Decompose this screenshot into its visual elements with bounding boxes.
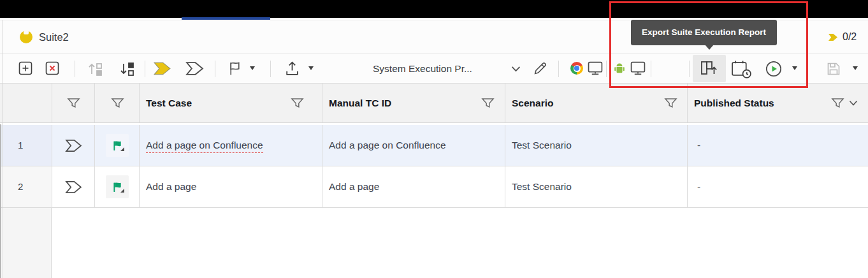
execution-count: 0/2 [843, 20, 857, 54]
run-now-button[interactable] [765, 61, 782, 77]
profile-chevron-down-icon[interactable] [511, 66, 521, 72]
profile-edit-button[interactable] [532, 61, 548, 77]
row-number: 2 [3, 166, 52, 207]
toolbar-divider [606, 61, 607, 77]
suite-icon [20, 31, 33, 43]
run-now-dropdown-caret[interactable] [792, 66, 797, 70]
row-flag-button[interactable] [106, 175, 129, 198]
toolbar-divider [651, 61, 651, 77]
scenario-value: Test Scenario [505, 166, 687, 207]
run-outline-button[interactable] [185, 61, 204, 76]
manual-tc-id-cell: Add a page on Confluence [322, 125, 505, 166]
table-header-row: Test Case Manual TC ID Scenario Publishe… [0, 84, 868, 123]
flag-dropdown-corner-icon [120, 147, 124, 151]
suite-title: Suite2 [39, 20, 69, 54]
toolbar-divider [689, 61, 690, 77]
header-cell-run [52, 84, 94, 122]
app-root: Suite2 0/2 [0, 0, 868, 278]
scenario-value: Test Scenario [505, 125, 687, 165]
android-desktop-icon[interactable] [630, 61, 646, 75]
toolbar-divider [270, 61, 271, 77]
published-status-cell: - [687, 125, 868, 166]
row-run-icon[interactable] [65, 180, 82, 194]
manual-tc-id-value: Add a page on Confluence [322, 125, 505, 165]
table-row[interactable]: 1 Add a page on Confluence Add a page on… [0, 125, 868, 166]
top-black-bar [0, 0, 868, 18]
manual-tc-id-cell: Add a page [322, 166, 505, 207]
column-title-scenario: Scenario [505, 84, 687, 122]
header-cell-manual-tc-id: Manual TC ID [322, 84, 505, 122]
header-cell-published-status: Published Status [687, 84, 868, 122]
chrome-icon[interactable] [570, 62, 583, 75]
progress-icon [828, 33, 838, 41]
column-options-chevron-icon[interactable] [849, 100, 858, 106]
toolbar-divider [558, 61, 559, 77]
left-window-edge [0, 124, 1, 278]
filter-icon[interactable] [67, 97, 80, 109]
toolbar-divider [215, 61, 215, 77]
toolbar-divider [145, 61, 145, 77]
test-case-link[interactable]: Add a page [140, 166, 322, 207]
test-case-cell[interactable]: Add a page [139, 166, 322, 207]
header-cell-scenario: Scenario [505, 84, 687, 122]
add-row-button[interactable] [18, 61, 33, 75]
filter-icon[interactable] [831, 97, 844, 109]
run-selected-button[interactable] [153, 61, 171, 76]
chrome-desktop-icon[interactable] [588, 61, 603, 75]
scenario-cell: Test Scenario [505, 166, 687, 207]
toolbar-divider [75, 61, 75, 77]
tooltip: Export Suite Execution Report [631, 20, 777, 45]
android-icon[interactable] [613, 62, 626, 74]
filter-icon[interactable] [291, 97, 304, 109]
published-status-cell: - [687, 166, 868, 207]
flag-cell [94, 166, 139, 207]
export-upload-dropdown-caret[interactable] [308, 66, 314, 70]
table-row[interactable]: 2 Add a page Add a page Test Scenario - [0, 166, 868, 208]
schedule-button[interactable] [731, 60, 752, 78]
export-upload-button[interactable] [284, 60, 300, 77]
save-dropdown-caret[interactable] [853, 66, 858, 70]
scenario-cell: Test Scenario [505, 125, 687, 166]
export-report-button[interactable] [700, 59, 719, 78]
row-run-icon[interactable] [65, 139, 82, 152]
header-cell-flag [94, 84, 139, 122]
save-button[interactable] [825, 61, 842, 77]
published-status-value: - [688, 125, 868, 165]
flag-dropdown-corner-icon [120, 189, 124, 193]
tooltip-caret [705, 45, 714, 50]
flag-button[interactable] [228, 61, 242, 77]
published-status-value: - [688, 166, 868, 207]
flag-cell [94, 125, 139, 166]
column-title-manual-tc-id: Manual TC ID [322, 84, 505, 122]
run-cell [52, 166, 94, 207]
row-flag-button[interactable] [106, 134, 129, 157]
rownum-cell: 1 [3, 125, 52, 166]
execution-profile-selector[interactable]: System Execution Pr... [373, 54, 472, 83]
run-cell [52, 125, 94, 166]
left-window-border [3, 20, 3, 278]
flag-dropdown-caret[interactable] [250, 66, 255, 70]
filter-icon[interactable] [111, 97, 124, 109]
test-case-link[interactable]: Add a page on Confluence [146, 140, 263, 153]
rownum-column-gutter [3, 208, 52, 278]
move-down-button[interactable] [119, 61, 135, 77]
filter-icon[interactable] [481, 97, 495, 109]
header-cell-test-case: Test Case [139, 84, 322, 122]
test-case-cell[interactable]: Add a page on Confluence [139, 125, 322, 166]
delete-row-button[interactable] [45, 61, 59, 75]
filter-icon[interactable] [664, 97, 677, 109]
manual-tc-id-value: Add a page [322, 166, 505, 207]
header-cell-rownum [3, 84, 52, 122]
row-number: 1 [3, 125, 52, 165]
rownum-cell: 2 [3, 166, 52, 207]
toolbar: System Execution Pr... [0, 54, 868, 84]
move-up-button[interactable] [87, 61, 103, 77]
